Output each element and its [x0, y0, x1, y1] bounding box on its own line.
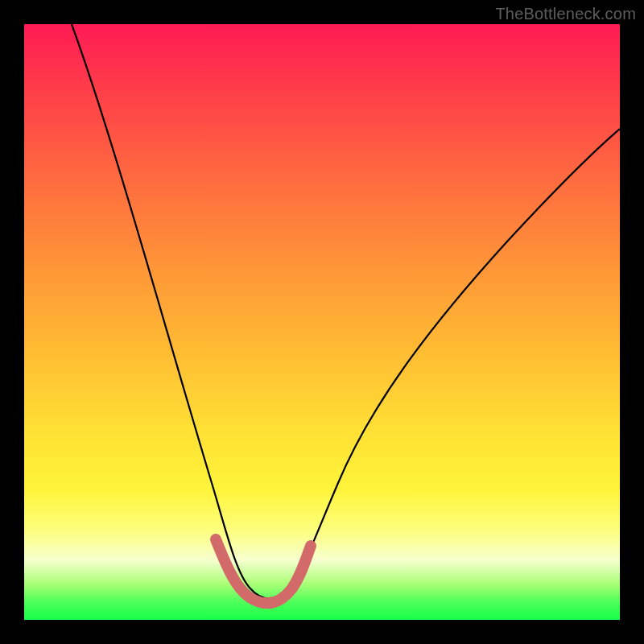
valley-highlight — [216, 539, 311, 603]
plot-area — [24, 24, 620, 620]
curve-layer — [24, 24, 620, 620]
bottleneck-curve — [72, 24, 620, 599]
watermark-text: TheBottleneck.com — [495, 5, 636, 23]
chart-frame: TheBottleneck.com — [0, 0, 644, 644]
